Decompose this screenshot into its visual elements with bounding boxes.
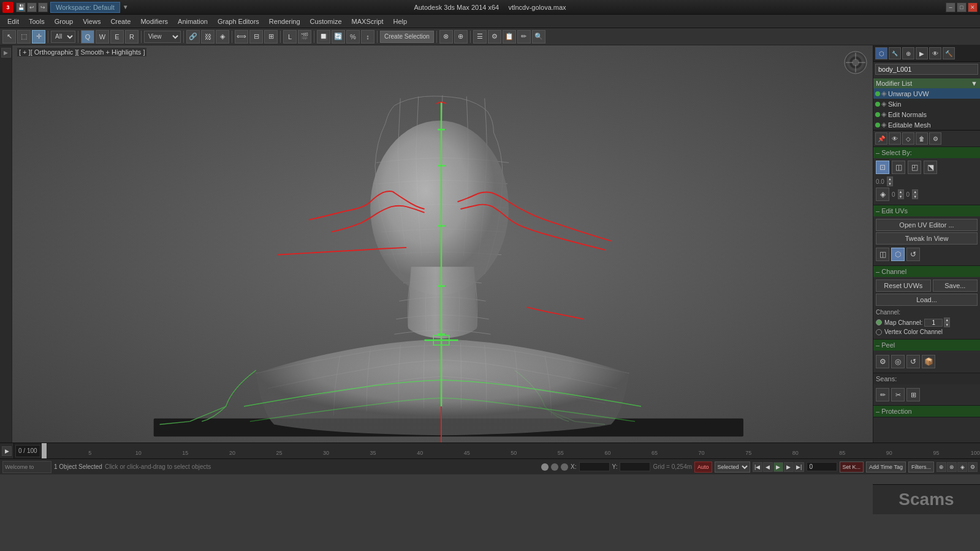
- select-icon1[interactable]: ◈: [876, 188, 889, 201]
- view-dropdown[interactable]: View: [144, 31, 181, 43]
- make-unique-btn[interactable]: ◇: [902, 132, 914, 145]
- set-key-button[interactable]: Set K...: [840, 462, 864, 473]
- right-icon4[interactable]: ⚙: [968, 462, 978, 472]
- menu-maxscript[interactable]: MAXScript: [347, 17, 389, 26]
- menu-graph-editors[interactable]: Graph Editors: [213, 17, 264, 26]
- seams-btn2[interactable]: ✂: [891, 388, 905, 401]
- map-channel-down[interactable]: ▼: [944, 322, 950, 327]
- pin-stack-btn[interactable]: 📌: [875, 132, 887, 145]
- timeline-track[interactable]: 5 10 15 20 25 30 35 40 45 50 55 60 65 70…: [42, 443, 980, 458]
- spinbox2-down[interactable]: ▼: [898, 194, 904, 199]
- array-btn[interactable]: ⊞: [264, 30, 278, 44]
- remove-modifier-btn[interactable]: 🗑: [916, 132, 928, 145]
- left-panel-btn1[interactable]: ▶: [1, 48, 11, 58]
- open-uv-editor-button[interactable]: Open UV Editor ...: [876, 219, 978, 231]
- move-tool[interactable]: ✛: [32, 30, 45, 44]
- menu-modifiers[interactable]: Modifiers: [135, 17, 173, 26]
- selected-filter-dropdown[interactable]: Selected: [715, 462, 750, 473]
- render-btn[interactable]: 🎬: [298, 30, 311, 44]
- spinbox3-down[interactable]: ▼: [912, 194, 918, 199]
- channel-header[interactable]: – Channel: [873, 266, 980, 277]
- menu-rendering[interactable]: Rendering: [264, 17, 305, 26]
- named-sel4[interactable]: ✏: [517, 30, 531, 44]
- uv-icon2[interactable]: ⬡: [891, 248, 905, 261]
- named-sel5[interactable]: 🔍: [532, 30, 545, 44]
- menu-views[interactable]: Views: [78, 17, 105, 26]
- snap-spinner-btn[interactable]: ↕: [361, 30, 374, 44]
- vertex-color-radio[interactable]: [876, 329, 882, 335]
- goto-end-btn[interactable]: ▶|: [794, 462, 804, 472]
- prev-frame-btn[interactable]: ◀: [763, 462, 773, 472]
- quick-redo-btn[interactable]: ↪: [38, 2, 48, 12]
- menu-edit[interactable]: Edit: [2, 17, 24, 26]
- select-tool[interactable]: ↖: [2, 30, 16, 44]
- menu-animation[interactable]: Animation: [173, 17, 213, 26]
- frame-counter[interactable]: 0 / 100: [15, 445, 40, 457]
- scale-btn[interactable]: R: [125, 30, 139, 44]
- rp-icon-display[interactable]: 👁: [929, 47, 941, 59]
- next-frame-btn[interactable]: ▶: [784, 462, 794, 472]
- modifier-unwrap[interactable]: ◈ Unwrap UVW: [873, 88, 980, 99]
- peel-icon3[interactable]: ↺: [906, 355, 920, 368]
- modifier-list-arrow[interactable]: ▼: [971, 80, 978, 87]
- select-vert-btn[interactable]: ⊡: [876, 161, 889, 174]
- align-btn[interactable]: ⊟: [249, 30, 263, 44]
- named-sel1[interactable]: ☰: [473, 30, 487, 44]
- select-region[interactable]: ⬚: [17, 30, 31, 44]
- auto-key-button[interactable]: Auto: [694, 462, 712, 473]
- peel-icon1[interactable]: ⚙: [876, 355, 889, 368]
- workspace-dropdown-icon[interactable]: ▼: [123, 4, 129, 10]
- select-poly-btn[interactable]: ⬔: [924, 161, 937, 174]
- quick-save-btn[interactable]: 💾: [16, 2, 26, 12]
- close-button[interactable]: ✕: [968, 2, 978, 12]
- pivot-btn[interactable]: ⊕: [454, 30, 468, 44]
- snap-percent-btn[interactable]: %: [346, 30, 360, 44]
- filter-dropdown[interactable]: All: [51, 31, 75, 43]
- play-anim-btn[interactable]: ▶: [773, 462, 783, 472]
- snap-angle-btn[interactable]: 🔄: [332, 30, 345, 44]
- modifier-editable-mesh[interactable]: ◈ Editable Mesh: [873, 120, 980, 130]
- bone-btn[interactable]: ⊗: [439, 30, 453, 44]
- menu-help[interactable]: Help: [389, 17, 412, 26]
- peel-header[interactable]: – Peel: [873, 340, 980, 351]
- layer-btn[interactable]: L: [283, 30, 297, 44]
- create-selection-button[interactable]: Create Selection: [380, 31, 434, 43]
- right-icon3[interactable]: ◈: [957, 462, 967, 472]
- unlink-btn[interactable]: ⛓: [201, 30, 215, 44]
- peel-icon4[interactable]: 📦: [922, 355, 935, 368]
- select-btn[interactable]: Q: [81, 30, 94, 44]
- select-face-btn[interactable]: ◰: [908, 161, 921, 174]
- named-sel2[interactable]: ⚙: [488, 30, 501, 44]
- rp-icon-create[interactable]: ⬡: [875, 47, 887, 59]
- rp-icon-hierarchy[interactable]: ⊕: [902, 47, 914, 59]
- x-coord[interactable]: [579, 462, 610, 471]
- filters-button[interactable]: Filters...: [908, 462, 934, 473]
- modifier-editnormals[interactable]: ◈ Edit Normals: [873, 109, 980, 120]
- minimize-button[interactable]: –: [946, 2, 955, 12]
- y-coord[interactable]: [620, 462, 650, 471]
- seams-btn1[interactable]: ✏: [876, 388, 889, 401]
- configure-mod-btn[interactable]: ⚙: [929, 132, 941, 145]
- modifier-skin[interactable]: ◈ Skin: [873, 99, 980, 109]
- goto-start-btn[interactable]: |◀: [753, 462, 762, 472]
- map-channel-radio[interactable]: [876, 319, 882, 325]
- menu-group[interactable]: Group: [50, 17, 78, 26]
- reset-uvws-button[interactable]: Reset UVWs: [876, 279, 931, 292]
- viewport[interactable]: [ + ][ Orthographic ][ Smooth + Highligh…: [12, 45, 873, 443]
- uv-icon1[interactable]: ◫: [876, 248, 889, 261]
- select-edge-btn[interactable]: ◫: [892, 161, 905, 174]
- menu-tools[interactable]: Tools: [24, 17, 50, 26]
- protection-header[interactable]: – Protection: [873, 406, 980, 417]
- rotate-btn[interactable]: E: [110, 30, 124, 44]
- current-frame-input[interactable]: [807, 462, 837, 471]
- move-btn[interactable]: W: [96, 30, 109, 44]
- menu-customize[interactable]: Customize: [305, 17, 347, 26]
- uv-icon3[interactable]: ↺: [906, 248, 920, 261]
- map-channel-input[interactable]: [924, 319, 943, 327]
- select-by-header[interactable]: – Select By:: [873, 147, 980, 158]
- spinbox2-up[interactable]: ▲: [898, 189, 904, 194]
- rp-icon-utilities[interactable]: 🔨: [943, 47, 955, 59]
- tl-play-btn[interactable]: ▶: [2, 446, 12, 456]
- add-time-tag-button[interactable]: Add Time Tag: [866, 462, 906, 473]
- rp-icon-motion[interactable]: ▶: [916, 47, 928, 59]
